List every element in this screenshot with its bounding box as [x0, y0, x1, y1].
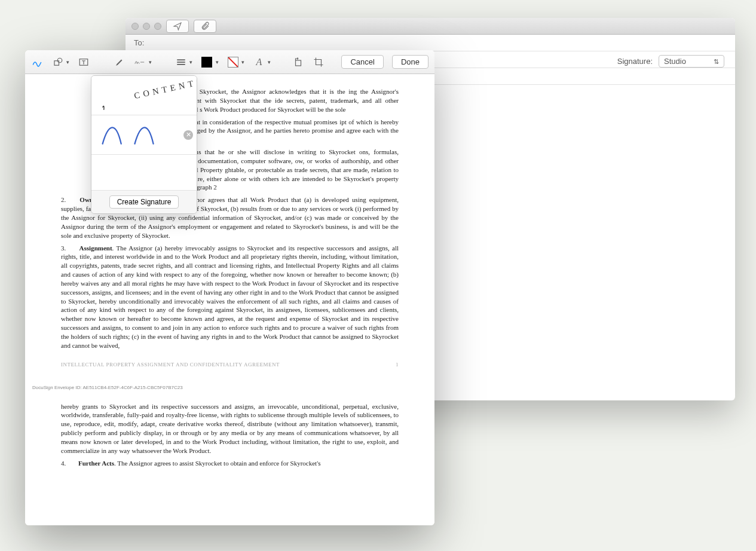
- signature-select[interactable]: Studio ⇅: [659, 55, 724, 68]
- section-body: . The Assignor (a) hereby irrevocably as…: [61, 244, 399, 349]
- text-tool[interactable]: [78, 55, 90, 69]
- signature-selector-row: Signature: Studio ⇅: [617, 55, 724, 68]
- zoom-window-button[interactable]: [154, 23, 161, 30]
- signature-item-1[interactable]: C O N T E N T S: [91, 76, 197, 115]
- footer-page-number: 1: [396, 361, 399, 368]
- signature-label: Signature:: [617, 57, 653, 66]
- doc-section-3: 3. Assignment. The Assignor (a) hereby i…: [61, 244, 399, 350]
- shapes-chevron-icon[interactable]: ▾: [66, 59, 69, 65]
- svg-rect-3: [295, 60, 301, 66]
- to-field-row[interactable]: To:: [126, 35, 735, 51]
- doc-paragraph: ESSES that in consideration of the respe…: [169, 118, 399, 145]
- stroke-color-tool[interactable]: [201, 55, 213, 69]
- chevron-updown-icon: ⇅: [714, 59, 719, 64]
- signature-glyph-1: C O N T E N T S: [91, 76, 197, 114]
- fill-color-swatch: [228, 57, 238, 68]
- shapes-tool[interactable]: [52, 55, 65, 69]
- signature-create-row: Create Signature: [91, 191, 197, 213]
- section-number: 2.: [61, 196, 66, 203]
- to-label: To:: [134, 38, 161, 47]
- fill-color-tool[interactable]: [227, 55, 240, 69]
- attach-button[interactable]: [194, 20, 216, 33]
- doc-paragraph-text: that in consideration of the respective …: [169, 118, 399, 143]
- fill-color-chevron-icon[interactable]: ▾: [241, 59, 244, 65]
- markup-window: ▾ ▾ ▾ ▾ ▾ A ▾: [25, 50, 434, 525]
- signature-empty-slot: [91, 155, 197, 191]
- svg-point-1: [57, 58, 62, 63]
- text-style-chevron-icon[interactable]: ▾: [268, 59, 271, 65]
- signature-glyph-2: [91, 116, 197, 153]
- stroke-color-chevron-icon[interactable]: ▾: [216, 59, 219, 65]
- doc-paragraph: or confirms that he or she will disclose…: [169, 148, 399, 192]
- highlight-tool[interactable]: [114, 55, 126, 69]
- signature-select-value: Studio: [664, 57, 686, 66]
- cancel-button[interactable]: Cancel: [341, 55, 383, 69]
- document-viewport[interactable]: ployed by Skyrocket, the Assignor acknow…: [25, 74, 434, 525]
- signature-popover: C O N T E N T S ✕ Create Signature: [91, 75, 197, 214]
- sketch-tool[interactable]: [31, 55, 44, 69]
- crop-tool[interactable]: [313, 55, 325, 69]
- text-style-tool[interactable]: A: [253, 55, 265, 69]
- section-body: . The Assignor agrees to assist Skyrocke…: [114, 460, 320, 467]
- close-window-button[interactable]: [131, 23, 139, 30]
- create-signature-button[interactable]: Create Signature: [109, 195, 179, 209]
- sign-tool[interactable]: [134, 55, 146, 69]
- line-style-tool[interactable]: [175, 55, 188, 69]
- section-number: 3.: [61, 244, 66, 252]
- section-title: Further Acts: [78, 460, 114, 467]
- section-title: Assignment: [79, 244, 112, 252]
- docusign-envelope-id: DocuSign Envelope ID: AE511CB4-E52F-4C6F…: [32, 385, 399, 391]
- line-style-chevron-icon[interactable]: ▾: [189, 59, 192, 65]
- doc-footer: INTELLECTUAL PROPERTY ASSIGNMENT AND CON…: [61, 361, 399, 368]
- rotate-tool[interactable]: [292, 55, 304, 69]
- minimize-window-button[interactable]: [143, 23, 150, 30]
- footer-title: INTELLECTUAL PROPERTY ASSIGNMENT AND CON…: [61, 361, 280, 368]
- sign-chevron-icon[interactable]: ▾: [149, 59, 152, 65]
- send-button[interactable]: [166, 20, 189, 33]
- svg-text:C O N T E N T S: C O N T E N T S: [133, 77, 197, 101]
- delete-signature-button[interactable]: ✕: [183, 130, 193, 140]
- signature-item-2[interactable]: ✕: [91, 115, 197, 155]
- mail-titlebar: [126, 18, 735, 35]
- markup-toolbar: ▾ ▾ ▾ ▾ ▾ A ▾: [25, 50, 434, 74]
- section-number: 4.: [61, 460, 66, 467]
- doc-paragraph: ployed by Skyrocket, the Assignor acknow…: [169, 87, 399, 114]
- doc-paragraph: hereby grants to Skyrocket and its respe…: [61, 402, 399, 455]
- doc-section-4: 4. Further Acts. The Assignor agrees to …: [61, 459, 399, 468]
- window-controls: [131, 23, 161, 30]
- stroke-color-swatch: [201, 57, 212, 68]
- done-button[interactable]: Done: [392, 55, 428, 69]
